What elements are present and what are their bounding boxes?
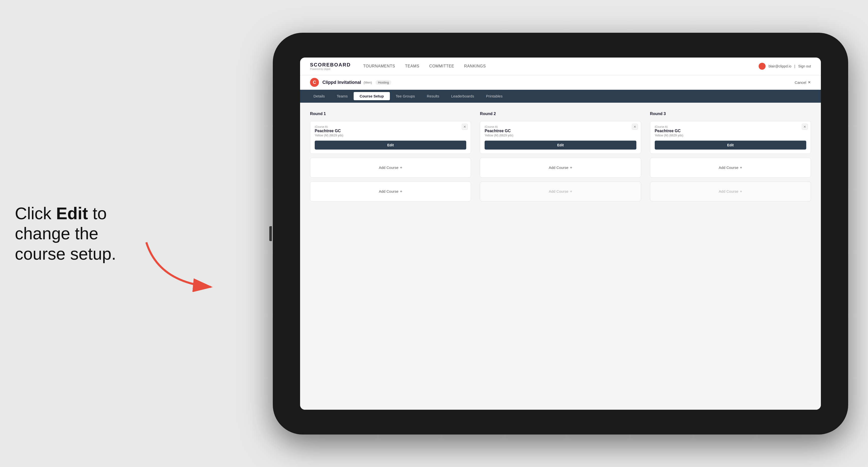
top-navigation: SCOREBOARD Powered by clippd TOURNAMENTS… [300, 58, 821, 75]
tablet-side-button [269, 226, 272, 241]
nav-rankings[interactable]: RANKINGS [464, 64, 486, 68]
round-2-course-details: Yellow (M) (6629 yds) [485, 134, 636, 137]
tournament-gender: (Men) [364, 81, 372, 84]
round-1-add-course-1[interactable]: Add Course+ [310, 158, 471, 178]
edit-bold: Edit [56, 204, 88, 222]
sub-tabs-bar: Details Teams Course Setup Tee Groups Re… [300, 90, 821, 103]
round-3-course-label: (Course A) [655, 125, 806, 128]
round-2-title: Round 2 [480, 112, 641, 116]
round-1-delete-button[interactable]: ✕ [462, 124, 468, 130]
round-3-course-card: ✕ (Course A) Peachtree GC Yellow (M) (66… [650, 121, 811, 154]
tab-course-setup[interactable]: Course Setup [354, 92, 390, 100]
round-1-edit-button[interactable]: Edit [315, 141, 466, 150]
tab-results[interactable]: Results [421, 92, 445, 100]
round-3-edit-button[interactable]: Edit [655, 141, 806, 150]
round-1-course-details: Yellow (M) (6629 yds) [315, 134, 466, 137]
round-2-add-course-1[interactable]: Add Course+ [480, 158, 641, 178]
round-3-delete-button[interactable]: ✕ [802, 124, 808, 130]
tablet-device: SCOREBOARD Powered by clippd TOURNAMENTS… [273, 33, 848, 435]
tab-printables[interactable]: Printables [480, 92, 509, 100]
nav-user-area: blair@clippd.io | Sign out [758, 63, 811, 70]
round-3-course-details: Yellow (M) (6629 yds) [655, 134, 806, 137]
user-email: blair@clippd.io [769, 64, 792, 68]
round-3-add-course-2-label: Add Course+ [719, 189, 742, 194]
tab-tee-groups[interactable]: Tee Groups [390, 92, 421, 100]
round-2-course-card: ✕ (Course A) Peachtree GC Yellow (M) (66… [480, 121, 641, 154]
round-1-course-label: (Course A) [315, 125, 466, 128]
round-1-course-card: ✕ (Course A) Peachtree GC Yellow (M) (66… [310, 121, 471, 154]
round-2-edit-button[interactable]: Edit [485, 141, 636, 150]
tournament-name: Clippd Invitational [322, 80, 361, 85]
nav-links: TOURNAMENTS TEAMS COMMITTEE RANKINGS [363, 64, 758, 68]
nav-committee[interactable]: COMMITTEE [429, 64, 454, 68]
rounds-grid: Round 1 ✕ (Course A) Peachtree GC Yellow… [310, 112, 811, 201]
nav-teams[interactable]: TEAMS [405, 64, 420, 68]
user-avatar [758, 63, 766, 70]
round-2-delete-button[interactable]: ✕ [632, 124, 638, 130]
round-1-title: Round 1 [310, 112, 471, 116]
tournament-header: C Clippd Invitational (Men) Hosting Canc… [300, 75, 821, 90]
round-2-add-course-1-label: Add Course+ [549, 165, 572, 170]
round-2-add-course-2: Add Course+ [480, 182, 641, 201]
tab-details[interactable]: Details [308, 92, 331, 100]
main-content: Round 1 ✕ (Course A) Peachtree GC Yellow… [300, 103, 821, 410]
sign-out-link[interactable]: Sign out [798, 64, 811, 68]
round-3-add-course-1-label: Add Course+ [719, 165, 742, 170]
round-1-column: Round 1 ✕ (Course A) Peachtree GC Yellow… [310, 112, 471, 201]
tablet-screen: SCOREBOARD Powered by clippd TOURNAMENTS… [300, 58, 821, 410]
tournament-logo: C [310, 78, 319, 87]
round-3-column: Round 3 ✕ (Course A) Peachtree GC Yellow… [650, 112, 811, 201]
round-1-add-course-2[interactable]: Add Course+ [310, 182, 471, 201]
brand-logo: SCOREBOARD Powered by clippd [310, 62, 351, 70]
round-3-course-name: Peachtree GC [655, 129, 806, 133]
hosting-badge: Hosting [375, 80, 391, 85]
round-1-add-course-2-label: Add Course+ [379, 189, 402, 194]
round-1-add-course-1-label: Add Course+ [379, 165, 402, 170]
brand-subtitle: Powered by clippd [310, 68, 351, 70]
round-2-add-course-2-label: Add Course+ [549, 189, 572, 194]
tab-leaderboards[interactable]: Leaderboards [445, 92, 480, 100]
round-2-course-name: Peachtree GC [485, 129, 636, 133]
arrow-graphic [139, 237, 218, 292]
nav-tournaments[interactable]: TOURNAMENTS [363, 64, 395, 68]
separator: | [794, 64, 795, 68]
cancel-button[interactable]: Cancel ✕ [795, 80, 811, 85]
tab-teams[interactable]: Teams [331, 92, 354, 100]
round-2-column: Round 2 ✕ (Course A) Peachtree GC Yellow… [480, 112, 641, 201]
round-1-course-name: Peachtree GC [315, 129, 466, 133]
round-3-add-course-1[interactable]: Add Course+ [650, 158, 811, 178]
round-3-title: Round 3 [650, 112, 811, 116]
round-2-course-label: (Course A) [485, 125, 636, 128]
round-3-add-course-2: Add Course+ [650, 182, 811, 201]
brand-title: SCOREBOARD [310, 62, 351, 68]
